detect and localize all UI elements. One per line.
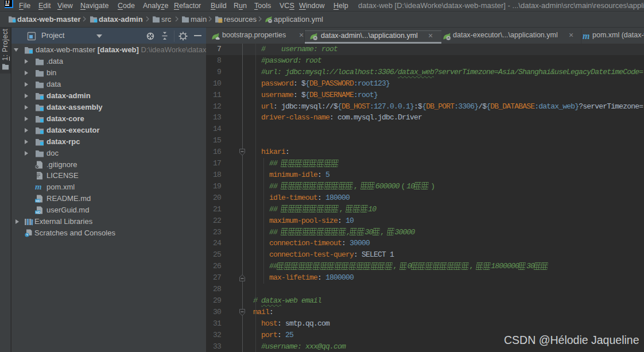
svg-text:MD: MD [36,211,41,214]
svg-text:MD: MD [36,199,41,203]
